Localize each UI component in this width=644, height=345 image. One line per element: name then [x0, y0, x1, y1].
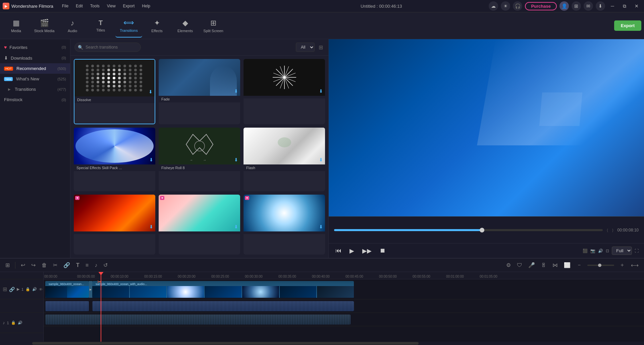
text-button[interactable]: T — [74, 261, 82, 270]
stop-button[interactable]: ⏹ — [378, 246, 387, 256]
link-button[interactable]: 🔗 — [61, 261, 72, 270]
go-start-button[interactable]: ⏮ — [334, 246, 343, 256]
split-button[interactable]: ⋈ — [550, 261, 560, 270]
quality-select[interactable]: Full 1/2 1/4 — [612, 247, 632, 255]
redo-button[interactable]: ↪ — [29, 261, 38, 270]
maximize-button[interactable]: ⧉ — [620, 1, 629, 11]
grid-toggle-icon[interactable]: ⊞ — [317, 43, 324, 52]
sidebar-item-recommended[interactable]: HOT Recommended (500) — [0, 63, 70, 74]
download-manager-icon[interactable]: ⬇ — [596, 1, 605, 11]
audio-track-clip1[interactable] — [45, 301, 89, 311]
scrollbar-thumb[interactable] — [32, 342, 419, 345]
flash-download-icon[interactable]: ⬇ — [319, 157, 323, 162]
delete-button[interactable]: 🗑 — [40, 261, 49, 270]
volume-m1-icon[interactable]: 🔊 — [18, 321, 22, 325]
tool-audio[interactable]: ♪ Audio — [59, 14, 86, 38]
sidebar-item-transitions[interactable]: ▶ Transitions (477) — [0, 84, 70, 94]
filter-select[interactable]: All — [296, 43, 315, 52]
bracket-end[interactable]: } — [612, 228, 613, 232]
transition-card-special-fx[interactable]: ⬇ Special Effects Skill Pack ... — [74, 128, 155, 192]
lock-m1-icon[interactable]: 🔒 — [11, 321, 16, 325]
frame-button[interactable]: ⬜ — [562, 261, 573, 270]
menu-edit[interactable]: Edit — [72, 2, 86, 10]
shield-button[interactable]: 🛡 — [515, 261, 524, 270]
purchase-button[interactable]: Purchase — [525, 2, 557, 10]
transition-card-fire[interactable]: ♥ ⬇ — [74, 195, 155, 255]
rotate-button[interactable]: ↺ — [101, 261, 110, 270]
layout-icon[interactable]: ⊡ — [606, 249, 609, 253]
transition-card-teal-geo[interactable]: ♥ ⬇ — [159, 195, 240, 255]
scrollbar-track[interactable] — [0, 342, 644, 345]
close-button[interactable]: ✕ — [632, 1, 641, 11]
add-track-icon[interactable]: ⊞ — [3, 286, 7, 292]
transition-card-blue-glow[interactable]: ♥ ⬇ — [244, 195, 325, 255]
audio-track-clip2[interactable] — [92, 301, 354, 311]
special-fx-download-icon[interactable]: ⬇ — [149, 157, 153, 162]
fit-button[interactable]: ⟷ — [629, 261, 641, 270]
transition-card-fade[interactable]: ⬇ Fade — [159, 59, 240, 124]
cloud-icon[interactable]: ☁ — [489, 1, 498, 11]
menu-tools[interactable]: Tools — [87, 2, 103, 10]
user-avatar[interactable]: 👤 — [559, 1, 569, 11]
minus-zoom-button[interactable]: － — [575, 260, 584, 270]
tool-stock-media[interactable]: 🎬 Stock Media — [31, 14, 58, 38]
volume-v1-icon[interactable]: 🔊 — [32, 287, 37, 291]
mail-icon[interactable]: ✉ — [584, 1, 593, 11]
link-track-icon[interactable]: 🔗 — [9, 287, 15, 292]
tool-elements[interactable]: ◆ Elements — [172, 14, 199, 38]
preview-timeline[interactable] — [334, 229, 603, 231]
timeline-thumb[interactable] — [480, 228, 484, 232]
add-track-button[interactable]: ⊞ — [3, 261, 12, 270]
dissolve-download-icon[interactable]: ⬇ — [149, 89, 153, 94]
video-clip-1[interactable]: sample_960x400_ocean... — [45, 281, 89, 298]
tool-effects[interactable]: ✦ Effects — [144, 14, 170, 38]
starburst-download-icon[interactable]: ⬇ — [319, 88, 323, 94]
mic-button[interactable]: 🎤 — [526, 261, 537, 270]
fade-download-icon[interactable]: ⬇ — [234, 88, 238, 94]
teal-geo-download-icon[interactable]: ⬇ — [234, 224, 238, 229]
sidebar-item-favorites[interactable]: ♥ Favorites (0) — [0, 42, 70, 53]
grid-icon[interactable]: ⊞ — [572, 1, 581, 11]
menu-help[interactable]: Help — [139, 2, 154, 10]
volume-icon[interactable]: 🔊 — [598, 249, 603, 253]
headset-icon[interactable]: 🎧 — [513, 1, 522, 11]
screen-icon[interactable]: ⬛ — [583, 249, 588, 253]
tool-transitions[interactable]: ⟺ Transitions — [115, 14, 142, 38]
music-track-bar[interactable] — [45, 315, 351, 325]
transition-card-dissolve[interactable]: ⬇ Dissolve — [74, 59, 155, 124]
transition-card-flash[interactable]: ⬇ Flash — [244, 128, 325, 192]
sidebar-item-filmstock[interactable]: Filmstock (0) — [0, 94, 70, 105]
plus-zoom-button[interactable]: ＋ — [618, 260, 627, 270]
eye-v1-icon[interactable]: 👁 — [39, 287, 43, 291]
bracket-start[interactable]: { — [607, 228, 608, 232]
search-input[interactable] — [74, 43, 141, 52]
audio-adjust-button[interactable]: ♪ — [93, 261, 99, 270]
zoom-slider[interactable] — [587, 265, 614, 266]
playhead[interactable]: ✂ — [101, 272, 101, 342]
menu-view[interactable]: View — [104, 2, 119, 10]
menu-file[interactable]: File — [59, 2, 72, 10]
tool-split-screen[interactable]: ⊞ Split Screen — [200, 14, 227, 38]
play-forward-button[interactable]: ▶▶ — [361, 246, 373, 256]
snapshot-icon[interactable]: 📷 — [590, 249, 595, 253]
export-button[interactable]: Export — [614, 20, 641, 31]
sidebar-item-downloads[interactable]: ⬇ Downloads (0) — [0, 53, 70, 63]
tool-titles[interactable]: T Titles — [87, 14, 114, 38]
audio-mix-button[interactable]: 🎚 — [539, 261, 548, 270]
sun-icon[interactable]: ☀ — [501, 1, 510, 11]
fullscreen-icon[interactable]: ⛶ — [635, 249, 639, 253]
sidebar-item-whats-new[interactable]: New What's New (525) — [0, 74, 70, 84]
adjust-button[interactable]: ≡ — [84, 261, 91, 270]
undo-button[interactable]: ↩ — [19, 261, 27, 270]
transition-card-starburst[interactable]: ⬇ — [244, 59, 325, 124]
zoom-thumb[interactable] — [598, 264, 601, 267]
menu-export[interactable]: Export — [120, 2, 138, 10]
fisheye-download-icon[interactable]: ⬇ — [234, 157, 238, 162]
lock-v1-icon[interactable]: 🔒 — [25, 287, 30, 291]
play-pause-button[interactable]: ▶ — [348, 246, 356, 256]
settings-button[interactable]: ⚙ — [504, 261, 513, 270]
fire-download-icon[interactable]: ⬇ — [149, 224, 153, 229]
transition-card-fisheye[interactable]: → → ⬇ Fisheye Roll 8 — [159, 128, 240, 192]
blue-glow-download-icon[interactable]: ⬇ — [319, 224, 323, 229]
minimize-button[interactable]: ─ — [608, 1, 617, 11]
